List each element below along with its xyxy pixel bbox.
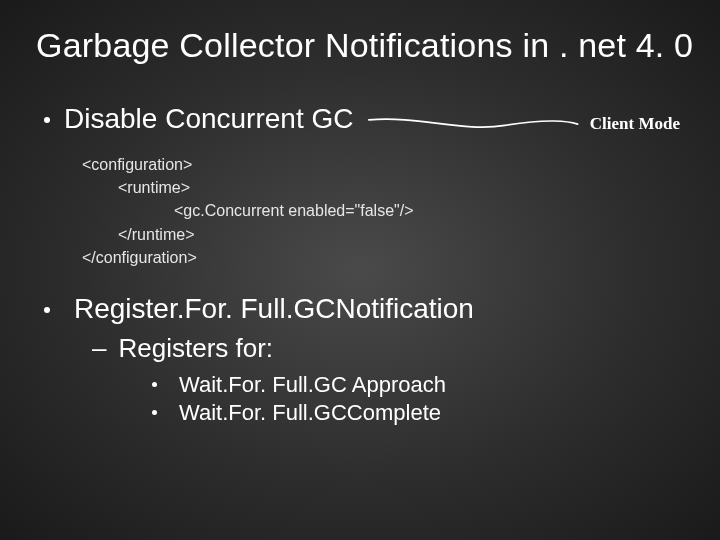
sub-bullet: – Registers for:: [92, 333, 684, 364]
callout-connector-icon: [367, 117, 579, 131]
code-line: <runtime>: [82, 176, 684, 199]
bullet-2: Register.For. Full.GCNotification: [44, 293, 684, 325]
list-item: Wait.For. Full.GC Approach: [152, 372, 684, 398]
slide: Garbage Collector Notifications in . net…: [0, 0, 720, 540]
code-line: <gc.Concurrent enabled="false"/>: [82, 199, 684, 222]
bullet-icon: [152, 410, 157, 415]
code-line: </runtime>: [82, 223, 684, 246]
callout-label: Client Mode: [590, 114, 680, 134]
bullet-icon: [44, 117, 50, 123]
list-item: Wait.For. Full.GCComplete: [152, 400, 684, 426]
bullet-2-text: Register.For. Full.GCNotification: [74, 293, 474, 325]
bullet-1: Disable Concurrent GC: [44, 103, 353, 135]
bullet-1-text: Disable Concurrent GC: [64, 103, 353, 135]
code-line: <configuration>: [82, 156, 192, 173]
bullet-icon: [44, 307, 50, 313]
page-title: Garbage Collector Notifications in . net…: [36, 26, 684, 65]
bullet-icon: [152, 382, 157, 387]
dash-icon: –: [92, 335, 106, 361]
bullet-row-1: Disable Concurrent GC Client Mode: [36, 103, 680, 145]
list-item-text: Wait.For. Full.GC Approach: [179, 372, 446, 398]
sub-bullet-text: Registers for:: [118, 333, 273, 364]
list-item-text: Wait.For. Full.GCComplete: [179, 400, 441, 426]
code-block: <configuration> <runtime> <gc.Concurrent…: [82, 153, 684, 269]
code-line: </configuration>: [82, 249, 197, 266]
